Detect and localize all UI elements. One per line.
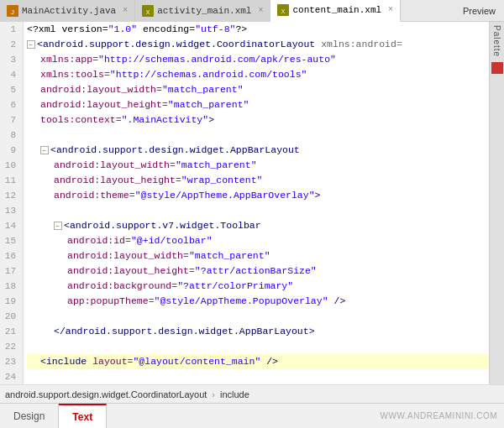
line-num-1: 1	[0, 22, 19, 37]
palette-strip: Palette	[489, 22, 504, 384]
line-num-6: 6	[0, 97, 19, 112]
svg-text:X: X	[281, 8, 286, 14]
line-num-23: 23	[0, 354, 19, 369]
code-line-2: −<android.support.design.widget.Coordina…	[27, 37, 489, 52]
line-num-12: 12	[0, 188, 19, 203]
code-line-10: android:layout_width="match_parent"	[27, 158, 489, 173]
tab-text-label: Text	[72, 411, 92, 423]
line-num-2: 2	[0, 37, 19, 52]
code-line-20	[27, 309, 489, 324]
code-line-6: android:layout_height="match_parent"	[27, 97, 489, 112]
breadcrumb-sep: ›	[212, 389, 215, 399]
code-line-4: xmlns:tools="http://schemas.android.com/…	[27, 67, 489, 82]
code-line-13	[27, 203, 489, 218]
line-num-7: 7	[0, 112, 19, 128]
bottom-tab-bar: Design Text WWW.ANDREAMININI.COM	[0, 403, 504, 428]
code-line-16: android:layout_width="match_parent"	[27, 248, 489, 264]
line-numbers: 1 2 3 4 5 6 7 8 9 10 11 12 13 14 15 16 1…	[0, 22, 24, 384]
code-line-1: <?xml version="1.0" encoding="utf-8"?>	[27, 22, 489, 37]
breadcrumb-bar: android.support.design.widget.Coordinato…	[0, 384, 504, 403]
fold-icon-14[interactable]: −	[54, 222, 62, 230]
fold-icon-2[interactable]: −	[27, 40, 35, 49]
code-line-23: <include layout="@layout/content_main" /…	[27, 354, 489, 369]
line-num-9: 9	[0, 143, 19, 158]
tab-contentmain-close[interactable]: ×	[388, 5, 393, 14]
tab-mainactivity-label: MainActivity.java	[22, 6, 116, 16]
fold-icon-9[interactable]: −	[40, 146, 49, 154]
palette-color-block	[491, 62, 503, 74]
breadcrumb-include[interactable]: include	[220, 389, 249, 399]
preview-label: Preview	[454, 6, 504, 16]
tab-design-label: Design	[13, 410, 45, 422]
line-num-13: 13	[0, 203, 19, 218]
code-line-21: </android.support.design.widget.AppBarLa…	[27, 324, 489, 339]
watermark: WWW.ANDREAMININI.COM	[381, 411, 504, 420]
code-line-11: android:layout_height="wrap_content"	[27, 173, 489, 188]
code-line-18: android:background="?attr/colorPrimary"	[27, 279, 489, 294]
code-line-12: android:theme="@style/AppTheme.AppBarOve…	[27, 188, 489, 203]
code-editor[interactable]: <?xml version="1.0" encoding="utf-8"?> −…	[24, 22, 489, 384]
code-line-9: −<android.support.design.widget.AppBarLa…	[27, 143, 489, 158]
line-num-17: 17	[0, 264, 19, 279]
line-num-3: 3	[0, 52, 19, 67]
line-num-22: 22	[0, 339, 19, 354]
xml-icon-2: X	[277, 4, 289, 16]
line-num-5: 5	[0, 82, 19, 97]
tab-design[interactable]: Design	[0, 404, 59, 429]
xml-icon-1: X	[142, 5, 154, 17]
code-line-17: android:layout_height="?attr/actionBarSi…	[27, 264, 489, 279]
line-num-14: 14	[0, 218, 19, 233]
code-line-7: tools:context=".MainActivity">	[27, 112, 489, 128]
tab-activitymain[interactable]: X activity_main.xml ×	[135, 0, 270, 22]
code-line-19: app:popupTheme="@style/AppTheme.PopupOve…	[27, 294, 489, 309]
code-line-22	[27, 339, 489, 354]
tab-activitymain-close[interactable]: ×	[258, 6, 263, 15]
code-line-3: xmlns:app="http://schemas.android.com/ap…	[27, 52, 489, 67]
svg-text:X: X	[146, 9, 150, 15]
line-num-21: 21	[0, 324, 19, 339]
code-line-24	[27, 369, 489, 384]
tab-activitymain-label: activity_main.xml	[157, 6, 251, 16]
svg-text:J: J	[11, 8, 14, 16]
line-num-20: 20	[0, 309, 19, 324]
breadcrumb-coordinator[interactable]: android.support.design.widget.Coordinato…	[5, 389, 207, 399]
code-line-14: −<android.support.v7.widget.Toolbar	[27, 218, 489, 233]
code-line-5: android:layout_width="match_parent"	[27, 82, 489, 97]
editor-area: 1 2 3 4 5 6 7 8 9 10 11 12 13 14 15 16 1…	[0, 22, 504, 384]
java-icon: J	[7, 5, 18, 17]
palette-label: Palette	[492, 25, 501, 57]
code-line-8	[27, 128, 489, 143]
line-num-24: 24	[0, 369, 19, 384]
line-num-15: 15	[0, 233, 19, 248]
code-line-15: android:id="@+id/toolbar"	[27, 233, 489, 248]
line-num-11: 11	[0, 173, 19, 188]
tab-mainactivity[interactable]: J MainActivity.java ×	[0, 0, 135, 22]
tab-bar: J MainActivity.java × X activity_main.xm…	[0, 0, 504, 22]
tab-mainactivity-close[interactable]: ×	[123, 6, 128, 15]
line-num-18: 18	[0, 279, 19, 294]
tab-contentmain[interactable]: X content_main.xml ×	[270, 0, 401, 22]
line-num-4: 4	[0, 67, 19, 82]
line-num-16: 16	[0, 248, 19, 264]
tab-contentmain-label: content_main.xml	[292, 5, 381, 15]
tab-text[interactable]: Text	[59, 404, 107, 429]
line-num-8: 8	[0, 128, 19, 143]
line-num-19: 19	[0, 294, 19, 309]
line-num-10: 10	[0, 158, 19, 173]
